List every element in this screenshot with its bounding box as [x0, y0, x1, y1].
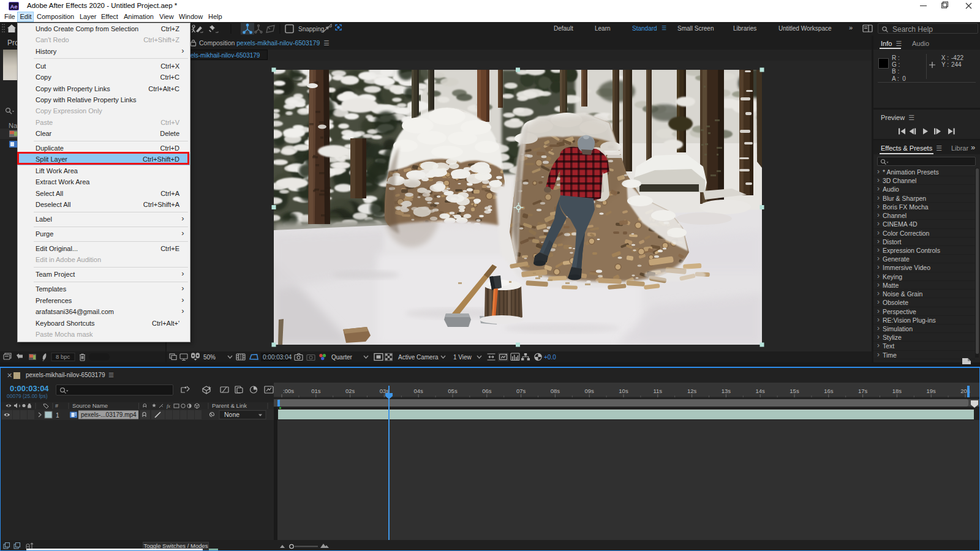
svg-text:0:00:03:04: 0:00:03:04	[263, 354, 292, 361]
svg-text:05s: 05s	[448, 388, 458, 394]
svg-text:08s: 08s	[551, 388, 560, 394]
svg-text:#: #	[55, 403, 58, 409]
svg-text:14s: 14s	[756, 388, 766, 394]
svg-text:09s: 09s	[585, 388, 595, 394]
svg-text:04s: 04s	[414, 388, 424, 394]
svg-text:fx: fx	[167, 403, 170, 409]
svg-text:06s: 06s	[482, 388, 492, 394]
svg-text:07s: 07s	[516, 388, 526, 394]
svg-text:11s: 11s	[653, 388, 662, 394]
svg-text:17s: 17s	[858, 388, 868, 394]
svg-text:Snapping: Snapping	[298, 26, 324, 32]
svg-text:1: 1	[56, 412, 59, 419]
svg-text:None: None	[224, 411, 239, 418]
svg-text:18s: 18s	[892, 388, 902, 394]
svg-text:50%: 50%	[203, 354, 216, 361]
svg-text:16s: 16s	[824, 388, 834, 394]
svg-text:02s: 02s	[345, 388, 355, 394]
svg-text:10s: 10s	[619, 388, 628, 394]
svg-text:13s: 13s	[722, 388, 731, 394]
svg-text:8 bpc: 8 bpc	[56, 353, 70, 360]
svg-text:pexels-...03179.mp4: pexels-...03179.mp4	[81, 411, 137, 418]
svg-text:12s: 12s	[687, 388, 697, 394]
svg-text:Parent & Link: Parent & Link	[212, 402, 247, 409]
svg-text:+0.0: +0.0	[544, 354, 556, 361]
svg-text:1 View: 1 View	[453, 354, 472, 361]
svg-text:15s: 15s	[790, 388, 799, 394]
svg-text:Active Camera: Active Camera	[398, 354, 439, 361]
svg-text:19s: 19s	[927, 388, 937, 394]
svg-text:Source Name: Source Name	[72, 402, 108, 409]
svg-text::00s: :00s	[283, 388, 294, 394]
svg-text:01s: 01s	[311, 388, 321, 394]
svg-text:Quarter: Quarter	[331, 354, 353, 361]
